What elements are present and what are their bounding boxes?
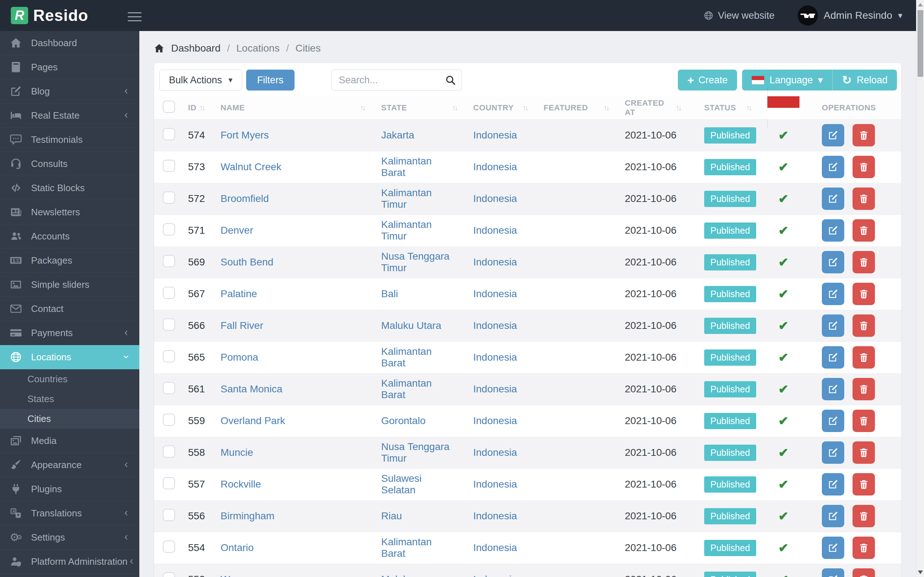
state-link[interactable]: Maluku	[381, 574, 414, 577]
sidebar-item-testimonials[interactable]: Testimonials	[0, 128, 139, 152]
sidebar-subitem-cities[interactable]: Cities	[0, 409, 139, 429]
row-checkbox[interactable]	[163, 541, 175, 553]
column-header-country[interactable]: COUNTRY↑↓	[465, 96, 535, 119]
row-checkbox[interactable]	[163, 382, 175, 394]
language-dropdown[interactable]: Language ▾	[742, 69, 833, 90]
edit-button[interactable]	[822, 314, 844, 337]
breadcrumb-locations[interactable]: Locations	[236, 43, 280, 54]
state-link[interactable]: Kalimantan Barat	[381, 536, 432, 559]
row-checkbox[interactable]	[163, 509, 175, 521]
brand-logo[interactable]: R Resido	[0, 6, 139, 24]
sidebar-item-contact[interactable]: Contact	[0, 297, 139, 321]
scroll-up-arrow-icon[interactable]	[918, 3, 923, 6]
city-name-link[interactable]: Palatine	[221, 288, 257, 299]
city-name-link[interactable]: Muncie	[221, 447, 253, 458]
state-link[interactable]: Maluku Utara	[381, 320, 441, 331]
delete-button[interactable]	[853, 378, 875, 400]
country-link[interactable]: Indonesia	[473, 256, 517, 268]
state-link[interactable]: Jakarta	[381, 129, 414, 141]
sidebar-subitem-countries[interactable]: Countries	[0, 369, 139, 389]
state-link[interactable]: Kalimantan Timur	[381, 219, 432, 242]
row-checkbox[interactable]	[163, 477, 175, 489]
city-name-link[interactable]: Pomona	[221, 351, 258, 363]
country-link[interactable]: Indonesia	[473, 351, 517, 363]
sidebar-item-translations[interactable]: A Translations	[0, 501, 139, 525]
city-name-link[interactable]: South Bend	[221, 256, 273, 268]
delete-button[interactable]	[853, 314, 875, 337]
edit-button[interactable]	[822, 473, 844, 495]
state-link[interactable]: Gorontalo	[381, 415, 426, 426]
delete-button[interactable]	[853, 251, 875, 273]
delete-button[interactable]	[853, 537, 875, 559]
country-link[interactable]: Indonesia	[473, 542, 517, 553]
city-name-link[interactable]: Ontario	[221, 542, 254, 553]
city-name-link[interactable]: Santa Monica	[221, 384, 282, 395]
delete-button[interactable]	[853, 410, 875, 432]
scrollbar-thumb[interactable]	[918, 10, 923, 77]
row-checkbox[interactable]	[163, 287, 175, 299]
view-website-link[interactable]: View website	[703, 10, 775, 21]
city-name-link[interactable]: Broomfield	[221, 193, 269, 204]
country-link[interactable]: Indonesia	[473, 447, 517, 458]
delete-button[interactable]	[853, 219, 875, 242]
delete-button[interactable]	[853, 505, 875, 527]
row-checkbox[interactable]	[163, 192, 175, 204]
column-header-status[interactable]: STATUS↑↓	[688, 96, 759, 119]
search-icon[interactable]	[445, 74, 456, 86]
edit-button[interactable]	[822, 251, 844, 273]
row-checkbox[interactable]	[163, 318, 175, 331]
city-name-link[interactable]: Overland Park	[221, 415, 285, 426]
breadcrumb-dashboard[interactable]: Dashboard	[171, 43, 221, 54]
sidebar-item-plugins[interactable]: Plugins	[0, 477, 139, 501]
column-header-created-at[interactable]: CREATED AT↑↓	[616, 96, 688, 119]
delete-button[interactable]	[853, 124, 875, 147]
sidebar-item-simple-sliders[interactable]: Simple sliders	[0, 272, 139, 297]
state-link[interactable]: Sulawesi Selatan	[381, 473, 422, 495]
delete-button[interactable]	[853, 283, 875, 305]
reload-button[interactable]: ↻ Reload	[833, 69, 897, 90]
sidebar-item-payments[interactable]: Payments	[0, 321, 139, 345]
city-name-link[interactable]: Birmingham	[221, 510, 274, 521]
city-name-link[interactable]: Walnut Creek	[221, 161, 281, 172]
state-link[interactable]: Nusa Tenggara Timur	[381, 441, 449, 464]
select-all-header[interactable]	[154, 96, 179, 119]
create-button[interactable]: + Create	[678, 69, 737, 90]
country-link[interactable]: Indonesia	[473, 320, 517, 331]
sidebar-item-newsletters[interactable]: Newsletters	[0, 200, 139, 224]
sidebar-item-pages[interactable]: Pages	[0, 55, 139, 79]
state-link[interactable]: Nusa Tenggara Timur	[381, 251, 449, 273]
sidebar-item-accounts[interactable]: Accounts	[0, 224, 139, 248]
delete-button[interactable]	[853, 473, 875, 495]
delete-button[interactable]	[853, 346, 875, 369]
edit-button[interactable]	[822, 410, 844, 432]
edit-button[interactable]	[822, 537, 844, 559]
filters-button[interactable]: Filters	[246, 69, 294, 90]
city-name-link[interactable]: Warren	[221, 574, 254, 577]
edit-button[interactable]	[822, 442, 844, 464]
sidebar-toggle-hamburger-icon[interactable]	[128, 10, 142, 24]
sidebar-item-real-estate[interactable]: Real Estate	[0, 103, 139, 128]
sidebar-item-packages[interactable]: $ Packages	[0, 248, 139, 272]
country-link[interactable]: Indonesia	[473, 288, 517, 299]
country-link[interactable]: Indonesia	[473, 479, 517, 490]
column-header-state[interactable]: STATE↑↓	[373, 96, 465, 119]
edit-button[interactable]	[822, 568, 844, 577]
sidebar-item-locations[interactable]: Locations	[0, 345, 139, 369]
state-link[interactable]: Kalimantan Barat	[381, 346, 432, 369]
state-link[interactable]: Kalimantan Barat	[381, 155, 432, 178]
user-menu[interactable]: Admin Resindo ▾	[798, 5, 902, 26]
row-checkbox[interactable]	[163, 445, 175, 458]
city-name-link[interactable]: Denver	[221, 225, 253, 236]
delete-button[interactable]	[853, 187, 875, 210]
sidebar-item-appearance[interactable]: Appearance	[0, 453, 139, 477]
country-link[interactable]: Indonesia	[473, 415, 517, 426]
city-name-link[interactable]: Rockville	[221, 479, 261, 490]
state-link[interactable]: Kalimantan Barat	[381, 377, 432, 400]
sidebar-item-platform-administration[interactable]: Platform Administration	[0, 550, 139, 574]
row-checkbox[interactable]	[163, 572, 175, 577]
sidebar-item-blog[interactable]: Blog	[0, 79, 139, 103]
row-checkbox[interactable]	[163, 128, 175, 140]
delete-button[interactable]	[853, 568, 875, 577]
sidebar-item-consults[interactable]: Consults	[0, 152, 139, 176]
country-link[interactable]: Indonesia	[473, 225, 517, 236]
